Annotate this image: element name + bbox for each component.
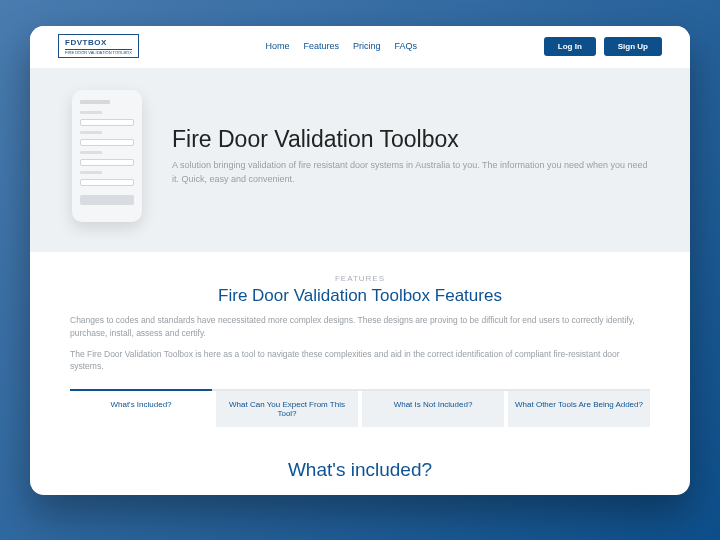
- logo-text: FDVTBOX: [65, 38, 107, 47]
- features-paragraph-1: Changes to codes and standards have nece…: [70, 314, 650, 340]
- tab-not-included[interactable]: What Is Not Included?: [362, 391, 504, 427]
- nav-pricing[interactable]: Pricing: [353, 41, 381, 51]
- login-button[interactable]: Log In: [544, 37, 596, 56]
- auth-buttons: Log In Sign Up: [544, 37, 662, 56]
- nav-home[interactable]: Home: [266, 41, 290, 51]
- hero-section: Fire Door Validation Toolbox A solution …: [30, 68, 690, 252]
- tab-other-tools[interactable]: What Other Tools Are Being Added?: [508, 391, 650, 427]
- hero-subtitle: A solution bringing validation of fire r…: [172, 159, 648, 185]
- features-paragraph-2: The Fire Door Validation Toolbox is here…: [70, 348, 650, 374]
- header: FDVTBOX FIRE DOOR VALIDATION TOOLBOX Hom…: [30, 26, 690, 62]
- logo-subtext: FIRE DOOR VALIDATION TOOLBOX: [65, 49, 132, 55]
- tab-whats-included[interactable]: What's Included?: [70, 389, 212, 427]
- feature-tabs: What's Included? What Can You Expect Fro…: [70, 389, 650, 427]
- phone-mockup: [72, 90, 142, 222]
- hero-text: Fire Door Validation Toolbox A solution …: [172, 126, 648, 185]
- main-nav: Home Features Pricing FAQs: [139, 41, 544, 51]
- logo[interactable]: FDVTBOX FIRE DOOR VALIDATION TOOLBOX: [58, 34, 139, 58]
- section-heading: What's included?: [30, 437, 690, 495]
- features-section: FEATURES Fire Door Validation Toolbox Fe…: [30, 252, 690, 437]
- nav-features[interactable]: Features: [304, 41, 340, 51]
- nav-faqs[interactable]: FAQs: [395, 41, 418, 51]
- features-heading: Fire Door Validation Toolbox Features: [70, 286, 650, 306]
- tab-what-to-expect[interactable]: What Can You Expect From This Tool?: [216, 391, 358, 427]
- app-window: FDVTBOX FIRE DOOR VALIDATION TOOLBOX Hom…: [30, 26, 690, 495]
- hero-title: Fire Door Validation Toolbox: [172, 126, 648, 153]
- signup-button[interactable]: Sign Up: [604, 37, 662, 56]
- features-overline: FEATURES: [70, 274, 650, 283]
